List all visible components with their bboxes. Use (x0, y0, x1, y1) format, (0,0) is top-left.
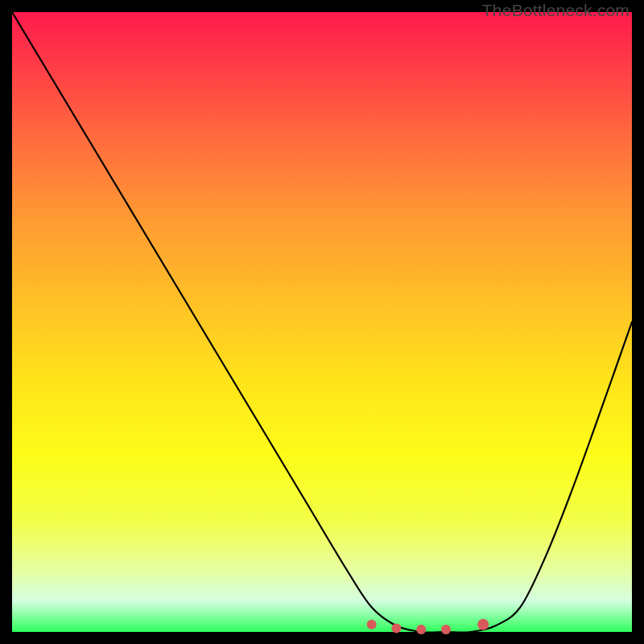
marker-flat-region-mid1 (391, 623, 401, 633)
bottleneck-curve (12, 12, 632, 633)
marker-flat-region-mid2 (416, 625, 426, 634)
chart-plot-group (12, 12, 632, 634)
chart-svg (12, 12, 632, 632)
marker-flat-region-left (367, 620, 377, 630)
marker-flat-region-right (477, 619, 489, 630)
marker-flat-region-mid3 (441, 625, 451, 634)
